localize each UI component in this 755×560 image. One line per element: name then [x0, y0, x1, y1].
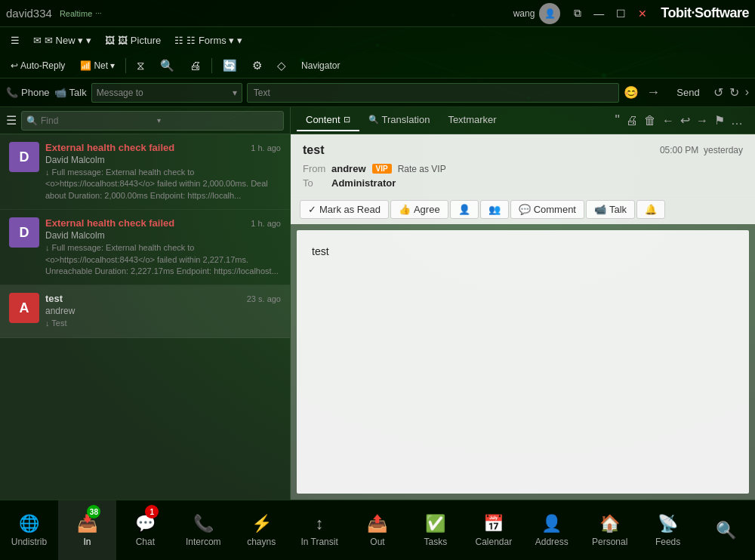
search-dropdown-arrow[interactable]: ▾: [157, 116, 161, 125]
out-icon: 📤: [367, 514, 387, 534]
nav-item-calendar[interactable]: 📅 Calendar: [464, 500, 522, 560]
phone-button[interactable]: 📞 Phone: [6, 87, 50, 98]
settings-button[interactable]: ⚙: [246, 57, 268, 75]
nav-item-intercom[interactable]: 📞 Intercom: [174, 500, 233, 560]
avatar: D: [9, 217, 39, 248]
nav-item-undistrib[interactable]: 🌐 Undistrib: [0, 500, 58, 560]
calendar-icon: 📅: [483, 514, 504, 534]
nav-item-in-transit[interactable]: ↕ In Transit: [291, 500, 349, 560]
message-time: 23 s. ago: [247, 294, 281, 303]
navigator-button[interactable]: Navigator: [295, 58, 346, 73]
more-icon[interactable]: …: [731, 114, 743, 128]
print-icon[interactable]: 🖨: [626, 114, 638, 128]
nav-item-chayns[interactable]: ⚡ chayns: [233, 500, 291, 560]
comment-button[interactable]: 💬 Comment: [510, 200, 584, 219]
nav-item-search[interactable]: 🔍: [697, 500, 755, 560]
undo-icon[interactable]: ↺: [713, 85, 723, 100]
nav-item-address[interactable]: 👤 Address: [522, 500, 581, 560]
window-close-button[interactable]: ✕: [632, 8, 653, 20]
email-body-container: test: [291, 224, 755, 500]
nav-item-in[interactable]: 38 📥 In: [58, 500, 116, 560]
phone-icon: 📞: [6, 87, 18, 98]
window-maximize-button[interactable]: ☐: [610, 8, 632, 20]
tab-content[interactable]: Content ⊡: [297, 109, 359, 131]
nav-item-chat[interactable]: 1 💬 Chat: [116, 500, 174, 560]
list-item[interactable]: A test 23 s. ago andrew ↓ Test: [0, 285, 290, 337]
net-label: Net: [94, 60, 108, 71]
undistrib-label: Undistrib: [11, 537, 47, 547]
menu-forms[interactable]: ☷ ☷ Forms ▾ ▾: [168, 32, 248, 48]
nav-item-tasks[interactable]: ✅ Tasks: [406, 500, 464, 560]
chat-badge: 1: [145, 505, 159, 518]
notification-button[interactable]: 🔔: [636, 200, 665, 219]
list-item[interactable]: D External health check failed 1 h. ago …: [0, 134, 290, 210]
left-panel: ☰ 🔍 ▾ D External health check failed 1 h…: [0, 107, 291, 500]
in-badge: 38: [87, 505, 100, 518]
agree-button[interactable]: 👍 Agree: [390, 200, 448, 219]
chevron-right-icon[interactable]: ›: [745, 85, 749, 100]
flag-icon[interactable]: ⚑: [714, 113, 725, 128]
email-actions: ✓ Mark as Read 👍 Agree 👤 👥 💬 Comment: [291, 195, 755, 224]
search-input[interactable]: [41, 115, 154, 126]
new-dropdown-arrow: ▾: [86, 35, 91, 46]
filter-button[interactable]: ⧖: [131, 57, 151, 75]
vip-badge: VIP: [372, 164, 392, 174]
settings-icon: ⚙: [252, 59, 262, 72]
left-menu-button[interactable]: ☰: [6, 113, 17, 128]
personal-icon: 🏠: [599, 514, 620, 534]
menu-picture[interactable]: 🖼 🖼 Picture: [99, 32, 167, 48]
rate-vip-link[interactable]: Rate as VIP: [398, 164, 446, 174]
message-time: 1 h. ago: [251, 143, 281, 152]
quote-icon[interactable]: ": [615, 112, 620, 128]
new-label: ✉ New ▾: [45, 35, 83, 46]
search-box[interactable]: 🔍 ▾: [21, 111, 284, 131]
mark-read-button[interactable]: ✓ Mark as Read: [300, 200, 389, 219]
nav-item-out[interactable]: 📤 Out: [349, 500, 407, 560]
tasks-label: Tasks: [424, 537, 448, 547]
menu-new[interactable]: ✉ ✉ New ▾ ▾: [27, 32, 97, 48]
list-item[interactable]: D External health check failed 1 h. ago …: [0, 210, 290, 285]
from-label: From: [303, 163, 325, 174]
devices-button[interactable]: 🖨: [183, 57, 207, 74]
add-user-button[interactable]: 👥: [480, 200, 509, 219]
nav-item-feeds[interactable]: 📡 Feeds: [639, 500, 697, 560]
message-to-dropdown-arrow: ▾: [233, 88, 237, 98]
arrow-back-icon[interactable]: ←: [662, 114, 674, 128]
window-minimize-button[interactable]: —: [587, 8, 610, 20]
text-field[interactable]: Text: [247, 83, 620, 103]
autoreply-label: Auto-Reply: [20, 60, 65, 71]
search-button[interactable]: 🔍: [154, 57, 180, 75]
message-preview: ↓ Test: [45, 318, 281, 329]
content-tabs: Content ⊡ 🔍 Translation Textmarker " 🖨 🗑…: [291, 107, 755, 134]
refresh-button[interactable]: 🔄: [217, 57, 243, 75]
send-button[interactable]: Send: [667, 84, 708, 101]
user-icon-button[interactable]: 👤: [450, 200, 479, 219]
toolbar: ↩ Auto-Reply 📶 Net ▾ ⧖ 🔍 🖨 🔄 ⚙ ◇ Navigat…: [0, 53, 755, 78]
message-subject: External health check failed: [45, 217, 174, 229]
delete-icon[interactable]: 🗑: [644, 114, 656, 128]
talk-action-button[interactable]: 📹 Talk: [586, 200, 635, 219]
diamond-button[interactable]: ◇: [271, 57, 292, 75]
user-icon: 👤: [458, 204, 470, 215]
tab-translation[interactable]: 🔍 Translation: [359, 109, 439, 131]
menu-hamburger[interactable]: ☰: [5, 32, 26, 48]
menubar: ☰ ✉ ✉ New ▾ ▾ 🖼 🖼 Picture ☷ ☷ Forms ▾ ▾: [0, 27, 755, 53]
emoji-button[interactable]: 😊: [624, 85, 639, 100]
redo-icon[interactable]: ↻: [729, 85, 739, 100]
talk-button[interactable]: 📹 Talk: [54, 87, 87, 98]
forward-icon[interactable]: →: [696, 114, 708, 128]
email-date: 05:00 PM: [660, 145, 698, 155]
message-subject: External health check failed: [45, 142, 174, 153]
tab-textmarker[interactable]: Textmarker: [439, 109, 505, 131]
composebar: 📞 Phone 📹 Talk Message to ▾ Text 😊 → Sen…: [0, 78, 755, 107]
globe-icon: 🌐: [19, 514, 39, 534]
reply-all-icon[interactable]: ↩: [680, 113, 690, 128]
window-restore-button[interactable]: ⧉: [568, 7, 587, 20]
message-sender: andrew: [45, 306, 281, 316]
net-dropdown-arrow: ▾: [110, 60, 115, 71]
nav-item-personal[interactable]: 🏠 Personal: [581, 500, 639, 560]
message-to-field[interactable]: Message to ▾: [91, 83, 242, 103]
autoreply-button[interactable]: ↩ Auto-Reply: [5, 58, 71, 73]
net-button[interactable]: 📶 Net ▾: [74, 58, 121, 73]
content-tab-icon: ⊡: [344, 115, 350, 125]
